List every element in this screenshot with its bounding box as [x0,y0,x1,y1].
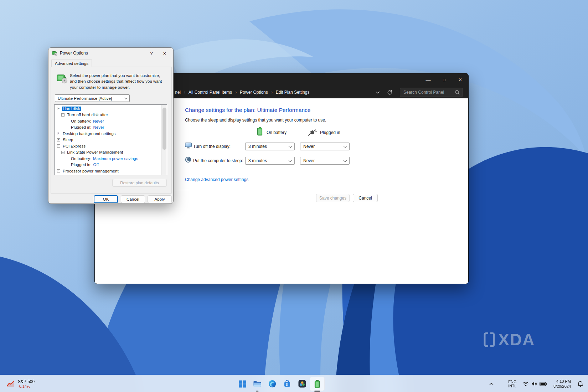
expander-minus-icon[interactable]: − [61,151,65,154]
windows-start-icon [239,380,246,388]
xda-watermark-text: XDA [498,330,535,349]
breadcrumb-item[interactable]: nel [175,90,181,95]
tree-item[interactable]: − Link State Power Management [55,149,167,156]
tree-value-link[interactable]: Never [93,125,104,129]
advanced-settings-page: Select the power plan that you want to c… [51,67,172,194]
tree-item-label: Minimum processor state [66,175,113,175]
ok-button[interactable]: OK [94,195,118,203]
dialog-titlebar[interactable]: Power Options ? × [48,48,173,58]
sleep-on-battery-select[interactable]: 3 minutes [245,157,295,165]
apply-button[interactable]: Apply [148,195,172,203]
change-advanced-power-settings-link[interactable]: Change advanced power settings [185,177,248,182]
turn-off-display-label: Turn off the display: [193,144,231,149]
close-button[interactable]: × [159,49,170,57]
tree-item[interactable]: Plugged in: Never [55,124,167,131]
display-on-battery-select[interactable]: 3 minutes [245,143,295,150]
tree-value-link[interactable]: Never [93,119,104,123]
scrollbar-thumb[interactable] [163,108,166,150]
tree-item[interactable]: On battery: Maximum power savings [55,155,167,162]
power-plan-select[interactable]: Ultimate Performance [Active] [55,94,130,102]
tree-value-link[interactable]: Off [93,163,99,167]
tree-item[interactable]: − Hard disk [55,105,167,112]
expander-plus-icon[interactable]: + [57,138,60,141]
edge-button[interactable] [265,377,280,391]
power-options-taskbar-button[interactable] [310,377,325,391]
refresh-button[interactable] [387,90,392,95]
expander-minus-icon[interactable]: − [57,107,60,110]
breadcrumb: nel › All Control Panel Items › Power Op… [175,86,310,98]
tree-item[interactable]: − Processor power management [55,168,167,174]
restore-plan-defaults-button[interactable]: Restore plan defaults [112,179,167,187]
tree-item-label: On battery: [70,119,92,123]
chevron-down-icon [376,91,380,94]
notification-center-button[interactable] [574,377,587,391]
widget-title: S&P 500 [18,379,35,384]
breadcrumb-item[interactable]: Power Options [240,90,268,95]
tree-item-label: PCI Express [62,144,86,148]
tree-item-label: Desktop background settings [62,131,116,136]
date: 8/20/2024 [553,384,571,389]
select-value: 3 minutes [248,144,267,149]
cancel-button[interactable]: Cancel [353,194,378,202]
breadcrumb-item[interactable]: Edit Plan Settings [276,90,310,95]
chevron-down-icon [289,144,292,148]
page-subtitle: Choose the sleep and display settings th… [185,118,326,123]
cancel-button[interactable]: Cancel [121,195,145,203]
refresh-icon [387,90,392,95]
quick-settings-button[interactable] [520,377,550,391]
tree-item[interactable]: − Turn off hard disk after [55,112,167,118]
tree-item[interactable]: − PCI Express [55,143,167,149]
file-explorer-icon [253,380,262,387]
advanced-settings-tree[interactable]: − Hard disk − Turn off hard disk after O… [54,104,167,175]
search-box[interactable] [400,88,463,97]
widgets-button[interactable]: S&P 500 -0.14% [3,377,38,391]
clock[interactable]: 4:10 PM 8/20/2024 [550,377,574,391]
power-options-icon [314,380,321,388]
dialog-title: Power Options [60,51,88,56]
chevron-down-icon [344,159,347,162]
expander-minus-icon[interactable]: − [57,169,60,172]
display-plugged-in-select[interactable]: Never [300,143,350,150]
chevron-right-icon: › [271,90,273,95]
chevron-down-icon [289,159,292,162]
display-icon [185,143,192,149]
expander-minus-icon[interactable]: − [57,144,60,148]
power-options-dialog: Power Options ? × Advanced settings Sele… [48,47,174,204]
minimize-button[interactable]: — [420,73,436,86]
sleep-plugged-in-select[interactable]: Never [300,157,350,165]
maximize-button[interactable]: □ [436,73,452,86]
photos-app-button[interactable] [295,377,310,391]
active-indicator [314,391,320,392]
widget-change: -0.14% [18,384,35,389]
tab-advanced-settings[interactable]: Advanced settings [51,60,92,67]
expander-plus-icon[interactable]: + [57,132,60,135]
help-button[interactable]: ? [146,49,157,57]
search-input[interactable] [400,90,455,95]
battery-icon [257,127,263,136]
breadcrumb-item[interactable]: All Control Panel Items [189,90,232,95]
close-button[interactable]: × [452,73,468,86]
expander-minus-icon[interactable]: − [61,113,65,117]
microsoft-store-icon [283,380,291,388]
save-changes-button[interactable]: Save changes [316,194,350,202]
wifi-icon [523,381,529,386]
tree-item-label: Link State Power Management [66,150,124,154]
language-switcher[interactable]: ENG INTL [505,377,520,391]
address-dropdown-button[interactable] [376,91,380,94]
scrollbar[interactable] [161,105,167,175]
chevron-down-icon [344,144,347,148]
file-explorer-button[interactable] [250,377,265,391]
close-icon: × [163,50,166,56]
tree-item[interactable]: Plugged in: Off [55,162,167,168]
language-line1: ENG [508,380,516,384]
start-button[interactable] [235,377,250,391]
hidden-icons-button[interactable] [486,377,497,391]
taskbar: S&P 500 -0.14% [0,375,588,392]
tree-item[interactable]: + Sleep [55,137,167,143]
sleep-label: Put the computer to sleep: [193,158,243,163]
microsoft-store-button[interactable] [280,377,295,391]
tree-item[interactable]: + Desktop background settings [55,130,167,137]
tree-item[interactable]: − Minimum processor state [55,174,167,176]
tree-value-link[interactable]: Maximum power savings [93,156,138,161]
tree-item[interactable]: On battery: Never [55,118,167,124]
